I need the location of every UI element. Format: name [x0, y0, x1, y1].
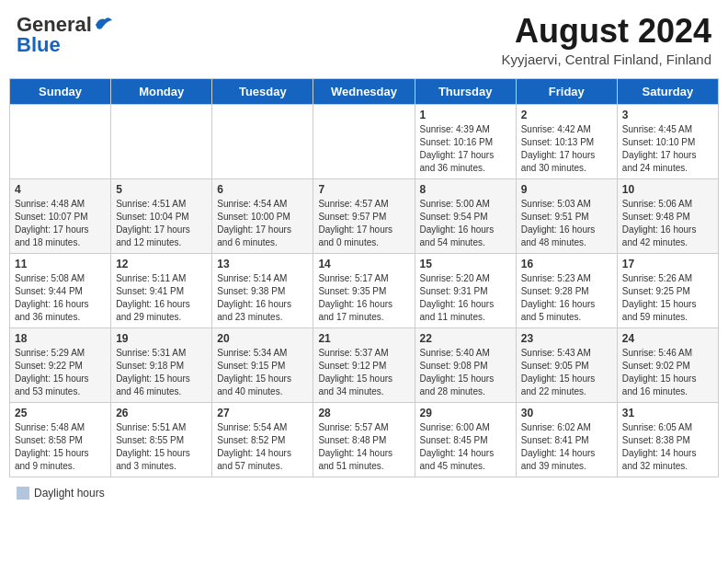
table-cell: 7Sunrise: 4:57 AM Sunset: 9:57 PM Daylig…: [313, 178, 415, 253]
day-number: 16: [521, 258, 612, 270]
logo: General Blue: [17, 13, 114, 57]
day-number: 14: [318, 258, 409, 270]
table-cell: [111, 104, 212, 178]
cell-info: Sunrise: 5:17 AM Sunset: 9:35 PM Dayligh…: [318, 272, 409, 324]
table-cell: 12Sunrise: 5:11 AM Sunset: 9:41 PM Dayli…: [111, 253, 212, 327]
day-number: 4: [15, 183, 106, 196]
day-number: 29: [420, 407, 511, 419]
table-cell: 14Sunrise: 5:17 AM Sunset: 9:35 PM Dayli…: [313, 253, 415, 327]
cell-info: Sunrise: 5:11 AM Sunset: 9:41 PM Dayligh…: [116, 272, 207, 324]
table-cell: 16Sunrise: 5:23 AM Sunset: 9:28 PM Dayli…: [516, 253, 617, 327]
table-cell: 24Sunrise: 5:46 AM Sunset: 9:02 PM Dayli…: [617, 327, 718, 402]
logo-blue: Blue: [17, 33, 61, 57]
cell-info: Sunrise: 6:05 AM Sunset: 8:38 PM Dayligh…: [622, 421, 713, 473]
day-number: 27: [217, 407, 308, 419]
day-number: 5: [116, 183, 207, 196]
day-number: 2: [521, 109, 612, 121]
day-number: 24: [622, 332, 713, 345]
day-number: 15: [420, 258, 511, 270]
table-cell: 17Sunrise: 5:26 AM Sunset: 9:25 PM Dayli…: [617, 253, 718, 327]
legend-label: Daylight hours: [34, 487, 105, 500]
table-cell: 13Sunrise: 5:14 AM Sunset: 9:38 PM Dayli…: [212, 253, 313, 327]
day-number: 13: [217, 258, 308, 270]
cell-info: Sunrise: 4:54 AM Sunset: 10:00 PM Daylig…: [217, 198, 308, 249]
day-number: 6: [217, 183, 308, 196]
table-cell: 5Sunrise: 4:51 AM Sunset: 10:04 PM Dayli…: [111, 178, 212, 253]
table-cell: 9Sunrise: 5:03 AM Sunset: 9:51 PM Daylig…: [516, 178, 617, 253]
table-cell: 20Sunrise: 5:34 AM Sunset: 9:15 PM Dayli…: [212, 327, 313, 402]
day-number: 17: [622, 258, 713, 270]
day-number: 22: [420, 332, 511, 345]
col-saturday: Saturday: [617, 78, 718, 104]
table-cell: 11Sunrise: 5:08 AM Sunset: 9:44 PM Dayli…: [10, 253, 111, 327]
table-cell: 3Sunrise: 4:45 AM Sunset: 10:10 PM Dayli…: [617, 104, 718, 178]
table-cell: 19Sunrise: 5:31 AM Sunset: 9:18 PM Dayli…: [111, 327, 212, 402]
col-tuesday: Tuesday: [212, 78, 313, 104]
cell-info: Sunrise: 5:43 AM Sunset: 9:05 PM Dayligh…: [521, 347, 612, 398]
cell-info: Sunrise: 5:06 AM Sunset: 9:48 PM Dayligh…: [622, 198, 713, 249]
cell-info: Sunrise: 5:54 AM Sunset: 8:52 PM Dayligh…: [217, 421, 308, 473]
cell-info: Sunrise: 4:42 AM Sunset: 10:13 PM Daylig…: [521, 123, 612, 175]
cell-info: Sunrise: 5:00 AM Sunset: 9:54 PM Dayligh…: [420, 198, 511, 249]
title-block: August 2024 Kyyjaervi, Central Finland, …: [502, 13, 711, 67]
day-number: 30: [521, 407, 612, 419]
table-cell: 8Sunrise: 5:00 AM Sunset: 9:54 PM Daylig…: [415, 178, 516, 253]
cell-info: Sunrise: 5:46 AM Sunset: 9:02 PM Dayligh…: [622, 347, 713, 398]
col-monday: Monday: [111, 78, 212, 104]
main-title: August 2024: [502, 13, 711, 50]
cell-info: Sunrise: 6:02 AM Sunset: 8:41 PM Dayligh…: [521, 421, 612, 473]
cell-info: Sunrise: 4:39 AM Sunset: 10:16 PM Daylig…: [420, 123, 511, 175]
table-cell: 29Sunrise: 6:00 AM Sunset: 8:45 PM Dayli…: [415, 402, 516, 477]
table-cell: 27Sunrise: 5:54 AM Sunset: 8:52 PM Dayli…: [212, 402, 313, 477]
table-cell: 22Sunrise: 5:40 AM Sunset: 9:08 PM Dayli…: [415, 327, 516, 402]
cell-info: Sunrise: 5:57 AM Sunset: 8:48 PM Dayligh…: [318, 421, 409, 473]
table-cell: [212, 104, 313, 178]
table-cell: 1Sunrise: 4:39 AM Sunset: 10:16 PM Dayli…: [415, 104, 516, 178]
table-cell: 23Sunrise: 5:43 AM Sunset: 9:05 PM Dayli…: [516, 327, 617, 402]
table-cell: [10, 104, 111, 178]
cell-info: Sunrise: 5:14 AM Sunset: 9:38 PM Dayligh…: [217, 272, 308, 324]
calendar-week-row: 18Sunrise: 5:29 AM Sunset: 9:22 PM Dayli…: [10, 327, 719, 402]
cell-info: Sunrise: 4:57 AM Sunset: 9:57 PM Dayligh…: [318, 198, 409, 249]
day-number: 3: [622, 109, 713, 121]
day-number: 10: [622, 183, 713, 196]
calendar-week-row: 11Sunrise: 5:08 AM Sunset: 9:44 PM Dayli…: [10, 253, 719, 327]
day-number: 26: [116, 407, 207, 419]
logo-bird-icon: [94, 16, 114, 34]
footer: Daylight hours: [9, 485, 719, 501]
cell-info: Sunrise: 5:40 AM Sunset: 9:08 PM Dayligh…: [420, 347, 511, 398]
col-wednesday: Wednesday: [313, 78, 415, 104]
day-number: 8: [420, 183, 511, 196]
table-cell: 30Sunrise: 6:02 AM Sunset: 8:41 PM Dayli…: [516, 402, 617, 477]
cell-info: Sunrise: 5:31 AM Sunset: 9:18 PM Dayligh…: [116, 347, 207, 398]
day-number: 12: [116, 258, 207, 270]
day-number: 19: [116, 332, 207, 345]
cell-info: Sunrise: 6:00 AM Sunset: 8:45 PM Dayligh…: [420, 421, 511, 473]
header: General Blue August 2024 Kyyjaervi, Cent…: [9, 9, 719, 71]
col-thursday: Thursday: [415, 78, 516, 104]
day-number: 25: [15, 407, 106, 419]
day-number: 9: [521, 183, 612, 196]
day-number: 18: [15, 332, 106, 345]
cell-info: Sunrise: 4:48 AM Sunset: 10:07 PM Daylig…: [15, 198, 106, 249]
cell-info: Sunrise: 5:03 AM Sunset: 9:51 PM Dayligh…: [521, 198, 612, 249]
day-number: 31: [622, 407, 713, 419]
calendar-week-row: 1Sunrise: 4:39 AM Sunset: 10:16 PM Dayli…: [10, 104, 719, 178]
cell-info: Sunrise: 5:20 AM Sunset: 9:31 PM Dayligh…: [420, 272, 511, 324]
table-cell: 18Sunrise: 5:29 AM Sunset: 9:22 PM Dayli…: [10, 327, 111, 402]
cell-info: Sunrise: 5:37 AM Sunset: 9:12 PM Dayligh…: [318, 347, 409, 398]
table-cell: 21Sunrise: 5:37 AM Sunset: 9:12 PM Dayli…: [313, 327, 415, 402]
col-friday: Friday: [516, 78, 617, 104]
cell-info: Sunrise: 5:51 AM Sunset: 8:55 PM Dayligh…: [116, 421, 207, 473]
table-cell: 31Sunrise: 6:05 AM Sunset: 8:38 PM Dayli…: [617, 402, 718, 477]
day-number: 23: [521, 332, 612, 345]
table-cell: 2Sunrise: 4:42 AM Sunset: 10:13 PM Dayli…: [516, 104, 617, 178]
table-cell: 28Sunrise: 5:57 AM Sunset: 8:48 PM Dayli…: [313, 402, 415, 477]
table-cell: 25Sunrise: 5:48 AM Sunset: 8:58 PM Dayli…: [10, 402, 111, 477]
cell-info: Sunrise: 5:29 AM Sunset: 9:22 PM Dayligh…: [15, 347, 106, 398]
day-number: 28: [318, 407, 409, 419]
col-sunday: Sunday: [10, 78, 111, 104]
day-number: 21: [318, 332, 409, 345]
calendar-table: Sunday Monday Tuesday Wednesday Thursday…: [9, 78, 719, 477]
table-cell: [313, 104, 415, 178]
